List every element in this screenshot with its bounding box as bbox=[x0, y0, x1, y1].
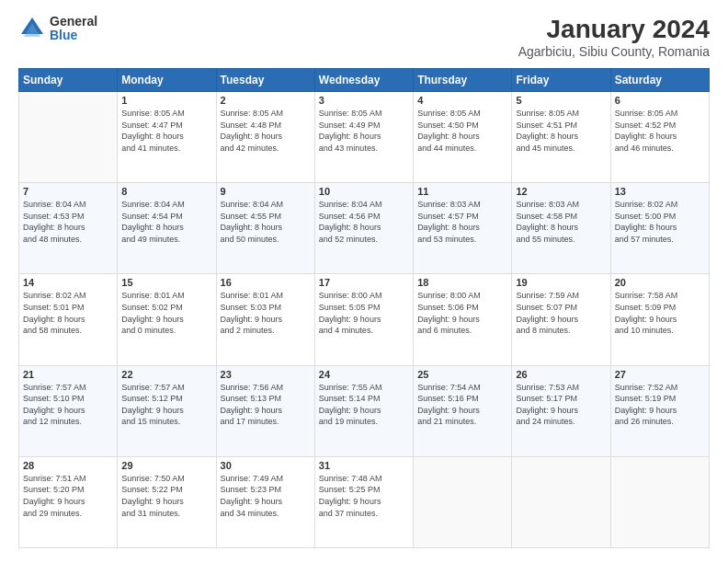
day-info: Sunrise: 7:52 AMSunset: 5:19 PMDaylight:… bbox=[615, 382, 705, 428]
table-row bbox=[414, 456, 512, 547]
table-row: 31Sunrise: 7:48 AMSunset: 5:25 PMDayligh… bbox=[314, 456, 413, 547]
day-info: Sunrise: 7:59 AMSunset: 5:07 PMDaylight:… bbox=[516, 290, 606, 336]
day-number: 5 bbox=[516, 95, 606, 106]
table-row: 16Sunrise: 8:01 AMSunset: 5:03 PMDayligh… bbox=[216, 274, 314, 365]
day-number: 6 bbox=[615, 95, 705, 106]
table-row: 3Sunrise: 8:05 AMSunset: 4:49 PMDaylight… bbox=[314, 92, 413, 183]
day-number: 2 bbox=[221, 95, 311, 106]
day-info: Sunrise: 8:04 AMSunset: 4:54 PMDaylight:… bbox=[121, 199, 211, 245]
day-number: 24 bbox=[319, 369, 409, 380]
day-info: Sunrise: 8:02 AMSunset: 5:01 PMDaylight:… bbox=[23, 290, 113, 336]
table-row: 13Sunrise: 8:02 AMSunset: 5:00 PMDayligh… bbox=[610, 183, 709, 274]
day-info: Sunrise: 8:03 AMSunset: 4:57 PMDaylight:… bbox=[417, 199, 507, 245]
day-info: Sunrise: 7:49 AMSunset: 5:23 PMDaylight:… bbox=[221, 473, 311, 519]
table-row: 5Sunrise: 8:05 AMSunset: 4:51 PMDaylight… bbox=[512, 92, 610, 183]
table-row: 17Sunrise: 8:00 AMSunset: 5:05 PMDayligh… bbox=[314, 274, 413, 365]
subtitle: Agarbiciu, Sibiu County, Romania bbox=[518, 44, 710, 59]
calendar-week-row: 28Sunrise: 7:51 AMSunset: 5:20 PMDayligh… bbox=[19, 456, 710, 547]
day-info: Sunrise: 8:05 AMSunset: 4:47 PMDaylight:… bbox=[121, 108, 211, 154]
day-info: Sunrise: 8:05 AMSunset: 4:51 PMDaylight:… bbox=[516, 108, 606, 154]
day-number: 25 bbox=[417, 369, 507, 380]
day-number: 4 bbox=[417, 95, 507, 106]
day-info: Sunrise: 7:48 AMSunset: 5:25 PMDaylight:… bbox=[319, 473, 409, 519]
calendar-header-row: Sunday Monday Tuesday Wednesday Thursday… bbox=[19, 69, 710, 92]
day-info: Sunrise: 8:05 AMSunset: 4:50 PMDaylight:… bbox=[417, 108, 507, 154]
day-number: 28 bbox=[23, 460, 113, 471]
table-row: 1Sunrise: 8:05 AMSunset: 4:47 PMDaylight… bbox=[118, 92, 216, 183]
day-info: Sunrise: 7:56 AMSunset: 5:13 PMDaylight:… bbox=[221, 382, 311, 428]
col-friday: Friday bbox=[512, 69, 610, 92]
logo-blue: Blue bbox=[50, 29, 97, 42]
col-sunday: Sunday bbox=[19, 69, 118, 92]
table-row: 22Sunrise: 7:57 AMSunset: 5:12 PMDayligh… bbox=[118, 365, 216, 456]
day-number: 12 bbox=[516, 186, 606, 197]
day-number: 17 bbox=[319, 277, 409, 288]
logo-text: General Blue bbox=[50, 15, 97, 43]
day-info: Sunrise: 7:51 AMSunset: 5:20 PMDaylight:… bbox=[23, 473, 113, 519]
col-thursday: Thursday bbox=[414, 69, 512, 92]
day-info: Sunrise: 7:55 AMSunset: 5:14 PMDaylight:… bbox=[319, 382, 409, 428]
day-info: Sunrise: 8:05 AMSunset: 4:52 PMDaylight:… bbox=[615, 108, 705, 154]
day-info: Sunrise: 8:05 AMSunset: 4:48 PMDaylight:… bbox=[221, 108, 311, 154]
table-row: 27Sunrise: 7:52 AMSunset: 5:19 PMDayligh… bbox=[610, 365, 709, 456]
table-row: 28Sunrise: 7:51 AMSunset: 5:20 PMDayligh… bbox=[19, 456, 118, 547]
table-row: 9Sunrise: 8:04 AMSunset: 4:55 PMDaylight… bbox=[216, 183, 314, 274]
calendar-table: Sunday Monday Tuesday Wednesday Thursday… bbox=[18, 68, 710, 548]
day-info: Sunrise: 7:58 AMSunset: 5:09 PMDaylight:… bbox=[615, 290, 705, 336]
day-number: 11 bbox=[417, 186, 507, 197]
logo: General Blue bbox=[18, 15, 97, 43]
table-row: 11Sunrise: 8:03 AMSunset: 4:57 PMDayligh… bbox=[414, 183, 512, 274]
logo-icon bbox=[18, 15, 46, 42]
day-number: 1 bbox=[121, 95, 211, 106]
table-row bbox=[610, 456, 709, 547]
logo-general: General bbox=[50, 15, 97, 29]
calendar-week-row: 14Sunrise: 8:02 AMSunset: 5:01 PMDayligh… bbox=[19, 274, 710, 365]
day-number: 9 bbox=[221, 186, 311, 197]
day-number: 16 bbox=[221, 277, 311, 288]
day-info: Sunrise: 8:05 AMSunset: 4:49 PMDaylight:… bbox=[319, 108, 409, 154]
table-row: 24Sunrise: 7:55 AMSunset: 5:14 PMDayligh… bbox=[314, 365, 413, 456]
day-number: 10 bbox=[319, 186, 409, 197]
day-info: Sunrise: 7:57 AMSunset: 5:12 PMDaylight:… bbox=[121, 382, 211, 428]
day-number: 7 bbox=[23, 186, 113, 197]
day-number: 8 bbox=[121, 186, 211, 197]
day-info: Sunrise: 8:01 AMSunset: 5:03 PMDaylight:… bbox=[221, 290, 311, 336]
table-row bbox=[512, 456, 610, 547]
day-info: Sunrise: 8:04 AMSunset: 4:53 PMDaylight:… bbox=[23, 199, 113, 245]
day-number: 21 bbox=[23, 369, 113, 380]
day-number: 15 bbox=[121, 277, 211, 288]
day-number: 26 bbox=[516, 369, 606, 380]
title-block: January 2024 Agarbiciu, Sibiu County, Ro… bbox=[518, 15, 710, 59]
table-row: 25Sunrise: 7:54 AMSunset: 5:16 PMDayligh… bbox=[414, 365, 512, 456]
header: General Blue January 2024 Agarbiciu, Sib… bbox=[18, 15, 710, 59]
table-row: 15Sunrise: 8:01 AMSunset: 5:02 PMDayligh… bbox=[118, 274, 216, 365]
day-number: 20 bbox=[615, 277, 705, 288]
day-info: Sunrise: 8:01 AMSunset: 5:02 PMDaylight:… bbox=[121, 290, 211, 336]
day-info: Sunrise: 8:04 AMSunset: 4:56 PMDaylight:… bbox=[319, 199, 409, 245]
table-row: 14Sunrise: 8:02 AMSunset: 5:01 PMDayligh… bbox=[19, 274, 118, 365]
table-row: 6Sunrise: 8:05 AMSunset: 4:52 PMDaylight… bbox=[610, 92, 709, 183]
day-info: Sunrise: 7:57 AMSunset: 5:10 PMDaylight:… bbox=[23, 382, 113, 428]
page: General Blue January 2024 Agarbiciu, Sib… bbox=[0, 0, 728, 563]
table-row: 7Sunrise: 8:04 AMSunset: 4:53 PMDaylight… bbox=[19, 183, 118, 274]
col-tuesday: Tuesday bbox=[216, 69, 314, 92]
day-info: Sunrise: 8:02 AMSunset: 5:00 PMDaylight:… bbox=[615, 199, 705, 245]
calendar-week-row: 7Sunrise: 8:04 AMSunset: 4:53 PMDaylight… bbox=[19, 183, 710, 274]
day-info: Sunrise: 7:53 AMSunset: 5:17 PMDaylight:… bbox=[516, 382, 606, 428]
main-title: January 2024 bbox=[518, 15, 710, 44]
day-info: Sunrise: 8:00 AMSunset: 5:06 PMDaylight:… bbox=[417, 290, 507, 336]
table-row: 20Sunrise: 7:58 AMSunset: 5:09 PMDayligh… bbox=[610, 274, 709, 365]
table-row: 26Sunrise: 7:53 AMSunset: 5:17 PMDayligh… bbox=[512, 365, 610, 456]
day-info: Sunrise: 8:00 AMSunset: 5:05 PMDaylight:… bbox=[319, 290, 409, 336]
table-row: 10Sunrise: 8:04 AMSunset: 4:56 PMDayligh… bbox=[314, 183, 413, 274]
table-row: 18Sunrise: 8:00 AMSunset: 5:06 PMDayligh… bbox=[414, 274, 512, 365]
table-row: 4Sunrise: 8:05 AMSunset: 4:50 PMDaylight… bbox=[414, 92, 512, 183]
day-info: Sunrise: 8:04 AMSunset: 4:55 PMDaylight:… bbox=[221, 199, 311, 245]
day-number: 31 bbox=[319, 460, 409, 471]
day-number: 14 bbox=[23, 277, 113, 288]
table-row: 21Sunrise: 7:57 AMSunset: 5:10 PMDayligh… bbox=[19, 365, 118, 456]
table-row: 2Sunrise: 8:05 AMSunset: 4:48 PMDaylight… bbox=[216, 92, 314, 183]
day-number: 13 bbox=[615, 186, 705, 197]
day-number: 27 bbox=[615, 369, 705, 380]
table-row: 30Sunrise: 7:49 AMSunset: 5:23 PMDayligh… bbox=[216, 456, 314, 547]
